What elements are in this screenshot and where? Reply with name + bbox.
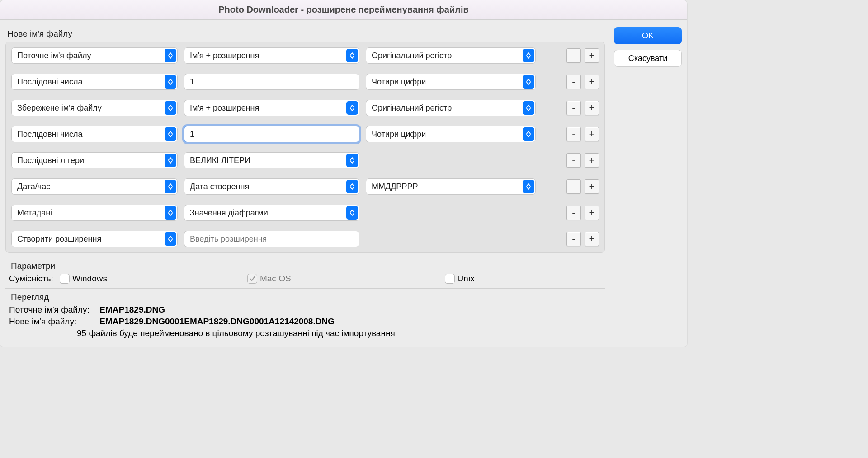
right-column: OK Скасувати — [614, 24, 682, 343]
preview-current-label: Поточне ім'я файлу: — [9, 305, 97, 315]
remove-row-button[interactable]: - — [566, 75, 581, 89]
remove-row-button[interactable]: - — [566, 179, 581, 194]
section-params-label: Параметри — [11, 261, 601, 271]
add-row-button[interactable]: + — [585, 75, 599, 89]
add-row-button[interactable]: + — [585, 127, 599, 141]
chevron-updown-icon — [346, 49, 358, 62]
section-new-name-label: Нове ім'я файлу — [7, 29, 605, 39]
chevron-updown-icon — [523, 49, 534, 62]
remove-row-button[interactable]: - — [566, 127, 581, 141]
rule-format-select[interactable]: Чотири цифри — [366, 126, 536, 142]
select-value: Послідовні числа — [17, 77, 82, 87]
add-row-button[interactable]: + — [585, 232, 599, 246]
rule-type-select[interactable]: Поточне ім'я файлу — [11, 47, 178, 64]
preview-new-label: Нове ім'я файлу: — [9, 317, 97, 327]
select-value: Значення діафрагми — [190, 208, 268, 218]
params-area: Параметри Сумісність: Windows Mac OS — [5, 253, 605, 284]
chevron-updown-icon — [165, 101, 176, 115]
body-area: Нове ім'я файлу Поточне ім'я файлуІм'я +… — [0, 20, 687, 347]
add-row-button[interactable]: + — [585, 48, 599, 63]
ok-button[interactable]: OK — [614, 27, 682, 44]
compat-windows-label: Windows — [72, 274, 107, 284]
row-pm-group: -+ — [566, 101, 599, 115]
remove-row-button[interactable]: - — [566, 232, 581, 246]
select-value: Послідовні літери — [17, 156, 84, 165]
add-row-button[interactable]: + — [585, 101, 599, 115]
chevron-updown-icon — [523, 101, 534, 115]
select-value: Створити розширення — [17, 234, 101, 244]
rule-option-select[interactable]: Значення діафрагми — [184, 205, 359, 221]
add-row-button[interactable]: + — [585, 206, 599, 220]
input-value: 1 — [190, 130, 194, 139]
rule-format-select[interactable]: ММДДРРРР — [366, 178, 536, 195]
checkbox-icon — [445, 274, 455, 284]
checkbox-icon — [60, 274, 70, 284]
input-value: Введіть розширення — [190, 234, 267, 244]
rule-option-select[interactable]: ВЕЛИКІ ЛІТЕРИ — [184, 152, 359, 168]
rule-option-select[interactable]: Ім'я + розширення — [184, 47, 359, 64]
compat-label: Сумісність: — [9, 274, 53, 284]
window-title: Photo Downloader - розширене перейменува… — [0, 0, 687, 20]
rule-row: МетаданіЗначення діафрагми-+ — [11, 205, 599, 221]
chevron-updown-icon — [165, 232, 176, 246]
rule-option-select[interactable]: Ім'я + розширення — [184, 100, 359, 116]
rule-format-select[interactable]: Оригінальний регістр — [366, 100, 536, 116]
select-value: Поточне ім'я файлу — [17, 51, 91, 61]
chevron-updown-icon — [523, 127, 534, 141]
rule-type-select[interactable]: Дата/час — [11, 178, 178, 195]
rule-value-input[interactable]: 1 — [184, 74, 359, 90]
rule-format-select[interactable]: Оригінальний регістр — [366, 47, 536, 64]
preview-summary: 95 файлів буде перейменовано в цільовому… — [9, 328, 601, 338]
preview-new-value: EMAP1829.DNG0001EMAP1829.DNG0001A1214200… — [99, 317, 335, 326]
row-pm-group: -+ — [566, 179, 599, 194]
rule-type-select[interactable]: Збережене ім'я файлу — [11, 100, 178, 116]
preview-new-line: Нове ім'я файлу: EMAP1829.DNG0001EMAP182… — [9, 317, 601, 327]
compat-unix[interactable]: Unix — [445, 274, 475, 284]
rule-type-select[interactable]: Послідовні числа — [11, 126, 178, 142]
select-value: Дата/час — [17, 182, 50, 192]
rule-option-select[interactable]: Дата створення — [184, 178, 359, 195]
chevron-updown-icon — [165, 154, 176, 167]
rule-row: Збережене ім'я файлуІм'я + розширенняОри… — [11, 100, 599, 116]
chevron-updown-icon — [346, 180, 358, 193]
rule-row: Поточне ім'я файлуІм'я + розширенняОригі… — [11, 47, 599, 64]
add-row-button[interactable]: + — [585, 153, 599, 168]
row-pm-group: -+ — [566, 232, 599, 246]
remove-row-button[interactable]: - — [566, 101, 581, 115]
compat-row: Сумісність: Windows Mac OS — [9, 274, 601, 284]
compat-macos-label: Mac OS — [260, 274, 291, 284]
cancel-button[interactable]: Скасувати — [614, 50, 682, 67]
chevron-updown-icon — [165, 206, 176, 220]
rules-panel: Поточне ім'я файлуІм'я + розширенняОригі… — [5, 42, 605, 253]
remove-row-button[interactable]: - — [566, 48, 581, 63]
rule-value-input[interactable]: 1 — [184, 126, 359, 142]
remove-row-button[interactable]: - — [566, 206, 581, 220]
input-value: 1 — [190, 77, 194, 87]
rule-type-select[interactable]: Послідовні літери — [11, 152, 178, 168]
chevron-updown-icon — [165, 49, 176, 62]
checkbox-icon — [247, 274, 257, 284]
rule-row: Послідовні літериВЕЛИКІ ЛІТЕРИ-+ — [11, 152, 599, 168]
select-value: Збережене ім'я файлу — [17, 103, 102, 113]
dialog-window: Photo Downloader - розширене перейменува… — [0, 0, 687, 347]
compat-unix-label: Unix — [458, 274, 475, 284]
compat-macos: Mac OS — [247, 274, 291, 284]
select-value: Ім'я + розширення — [190, 51, 259, 61]
compat-windows[interactable]: Windows — [60, 274, 107, 284]
chevron-updown-icon — [346, 101, 358, 115]
select-value: Оригінальний регістр — [372, 103, 452, 113]
chevron-updown-icon — [346, 154, 358, 167]
chevron-updown-icon — [165, 180, 176, 193]
rule-type-select[interactable]: Метадані — [11, 205, 178, 221]
select-value: Чотири цифри — [372, 77, 426, 87]
rule-value-input[interactable]: Введіть розширення — [184, 231, 359, 247]
preview-current-line: Поточне ім'я файлу: EMAP1829.DNG — [9, 305, 601, 315]
remove-row-button[interactable]: - — [566, 153, 581, 168]
preview-current-value: EMAP1829.DNG — [99, 305, 165, 314]
rule-format-select[interactable]: Чотири цифри — [366, 74, 536, 90]
rule-type-select[interactable]: Створити розширення — [11, 231, 178, 247]
chevron-updown-icon — [346, 206, 358, 220]
rule-row: Дата/часДата створенняММДДРРРР-+ — [11, 178, 599, 195]
rule-type-select[interactable]: Послідовні числа — [11, 74, 178, 90]
add-row-button[interactable]: + — [585, 179, 599, 194]
